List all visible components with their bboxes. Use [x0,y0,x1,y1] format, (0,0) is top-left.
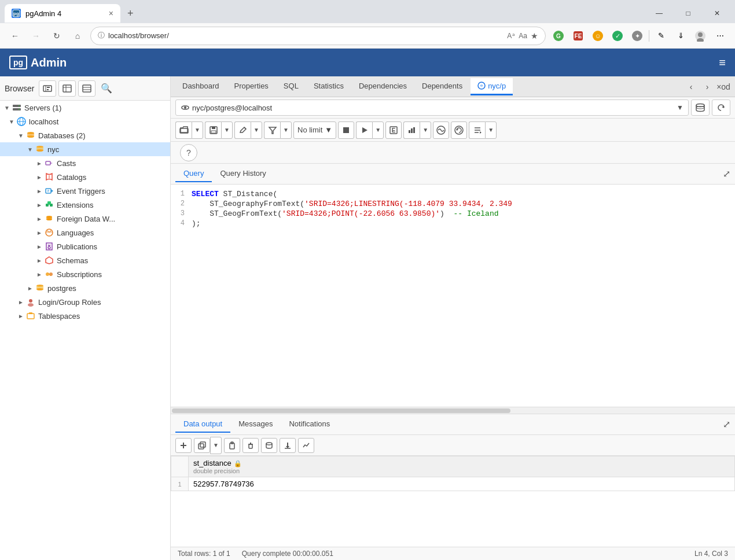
view-btn[interactable] [78,80,95,97]
paste-button[interactable] [224,438,240,453]
home-button[interactable]: ⌂ [69,28,86,44]
ext-icon-4[interactable]: ✓ [609,28,626,44]
tree-item-databases[interactable]: ▼ Databases (2) [0,128,170,142]
back-button[interactable]: ← [7,28,23,44]
stop-button[interactable] [338,121,354,139]
tab-sql[interactable]: SQL [277,78,306,95]
tab-prev-button[interactable]: ‹ [684,80,698,94]
browser-label: Browser [5,84,34,93]
tab-dependents[interactable]: Dependents [415,78,469,95]
main-area: Browser 🔍 ▼ Servers (1) ▼ [0,76,735,560]
horizontal-scrollbar[interactable] [171,407,735,414]
tree-item-extensions[interactable]: ► Extensions [0,198,170,212]
save-button[interactable] [205,121,221,139]
new-tab-button[interactable]: + [123,6,138,21]
ext-icon-1[interactable]: G [550,28,567,44]
rollback-button[interactable] [451,121,467,139]
tree-item-schemas[interactable]: ► Schemas [0,253,170,267]
tree-item-event-triggers[interactable]: ► Event Triggers [0,184,170,198]
filter-dropdown[interactable]: ▼ [280,121,292,139]
close-button[interactable]: ✕ [704,4,730,23]
tab-close-button[interactable]: ×od [716,80,730,94]
address-bar[interactable]: ⓘ localhost/browser/ A ᵃ Aa ★ [90,27,546,45]
tree-item-languages[interactable]: ► Languages [0,226,170,240]
save-dropdown[interactable]: ▼ [221,121,233,139]
explain-button[interactable]: E [385,121,402,139]
edit-dropdown[interactable]: ▼ [251,121,262,139]
commit-button[interactable] [433,121,449,139]
expand-query-button[interactable]: ⤢ [723,168,730,179]
run-dropdown[interactable]: ▼ [372,121,384,139]
delete-button[interactable] [242,438,259,453]
ext-icon-3[interactable]: ☺ [590,28,606,44]
macro-dropdown[interactable]: ▼ [485,121,497,139]
tree-item-tablespaces[interactable]: ► Tablespaces [0,309,170,323]
limit-selector[interactable]: No limit ▼ [293,121,336,139]
tab-statistics[interactable]: Statistics [307,78,351,95]
refresh-button[interactable] [712,100,730,116]
chevron-right-icon: ► [35,186,44,196]
chart-button[interactable] [403,121,420,139]
ext-icon-2[interactable]: FE [570,28,586,44]
code-editor[interactable]: 1 SELECT ST_Distance( 2 ST_GeographyFrom… [171,185,735,407]
svg-point-67 [184,106,186,109]
profile-icon[interactable] [692,28,708,44]
copy-button[interactable] [194,438,210,453]
tree-item-login-roles[interactable]: ► Login/Group Roles [0,295,170,309]
data-output-tab[interactable]: Data output [175,416,230,433]
copy-dropdown[interactable]: ▼ [210,437,222,454]
object-btn[interactable] [39,80,56,97]
query-history-tab[interactable]: Query History [212,165,274,182]
tab-dependencies[interactable]: Dependencies [352,78,414,95]
save-data-button[interactable] [261,438,277,453]
search-icon[interactable]: 🔍 [98,80,115,97]
svg-marker-70 [722,106,724,108]
table-btn[interactable] [58,80,76,97]
tab-query[interactable]: nyc/p [471,78,513,95]
db-selector[interactable]: nyc/postgres@localhost ▼ [175,100,689,116]
browser-tab[interactable]: pg pgAdmin 4 × [5,4,120,23]
messages-tab[interactable]: Messages [230,416,281,433]
tab-next-button[interactable]: › [700,80,714,94]
tab-close-button[interactable]: × [109,9,113,18]
minimize-button[interactable]: — [646,4,672,23]
tree-item-foreign-data[interactable]: ► Foreign Data W... [0,212,170,226]
tree-item-subscriptions[interactable]: ► Subscriptions [0,267,170,281]
tree-item-casts[interactable]: ► Casts [0,156,170,170]
download-csv-button[interactable] [280,438,296,453]
add-row-button[interactable] [175,438,192,453]
svg-point-61 [36,288,43,290]
reload-button[interactable]: ↻ [49,28,65,44]
forward-button[interactable]: → [28,28,44,44]
tab-dashboard[interactable]: Dashboard [175,78,226,95]
chart-dropdown[interactable]: ▼ [420,121,431,139]
tree-item-localhost[interactable]: ▼ localhost [0,115,170,128]
bookmark-icon[interactable]: ✎ [653,28,669,44]
open-file-button[interactable] [175,121,192,139]
menu-icon[interactable]: ⋯ [712,28,728,44]
svg-point-13 [698,32,703,37]
tab-properties[interactable]: Properties [227,78,275,95]
db-icon-button[interactable] [691,100,710,116]
open-file-dropdown[interactable]: ▼ [192,121,203,139]
tree-item-catalogs[interactable]: ► Catalogs [0,170,170,184]
query-tab[interactable]: Query [175,165,212,182]
download-icon[interactable]: ⇓ [672,28,689,44]
expand-results-button[interactable]: ⤢ [723,419,730,430]
tree-item-postgres[interactable]: ► postgres [0,281,170,295]
tree-item-servers[interactable]: ▼ Servers (1) [0,101,170,115]
ext-icon-5[interactable]: ✦ [629,28,645,44]
star-icon[interactable]: ★ [531,31,538,40]
macro-button[interactable] [469,121,485,139]
hamburger-menu[interactable]: ≡ [719,56,726,69]
help-button[interactable]: ? [180,144,197,161]
maximize-button[interactable]: □ [675,4,701,23]
notifications-tab[interactable]: Notifications [281,416,338,433]
edit-button[interactable] [234,121,251,139]
tree-item-publications[interactable]: ► Publications [0,240,170,253]
chart-results-button[interactable] [298,438,314,453]
filter-button[interactable] [264,121,280,139]
tree-item-nyc[interactable]: ▼ nyc [0,142,170,156]
run-button[interactable] [356,121,372,139]
extensions-label: Extensions [57,201,94,209]
